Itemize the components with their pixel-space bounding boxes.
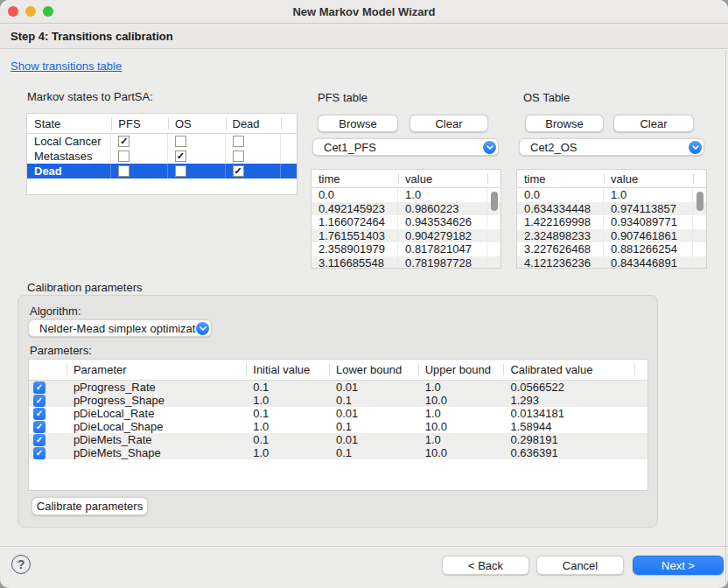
parameter-row[interactable]: ✓pDieMets_Shape1.00.110.00.636391	[29, 446, 648, 459]
pfs-checkbox[interactable]	[118, 150, 130, 162]
value-cell: 0.781987728	[398, 256, 487, 270]
states-column-header: State	[27, 114, 111, 133]
parameter-enabled-checkbox[interactable]: ✓	[33, 447, 46, 459]
value-cell: 0.843446891	[604, 256, 693, 270]
parameter-row[interactable]: ✓pDieMets_Rate0.10.011.00.298191	[29, 433, 648, 446]
parameter-row[interactable]: ✓pDieLocal_Shape1.00.110.01.58944	[29, 420, 648, 433]
pfs-scrollbar-thumb[interactable]	[491, 192, 498, 211]
algorithm-select[interactable]: Nelder-Mead simplex optimization	[28, 319, 212, 337]
parameter-enabled-checkbox[interactable]: ✓	[33, 395, 46, 407]
state-name-cell: Local Cancer	[27, 134, 111, 149]
os-table-row[interactable]: 0.01.0	[517, 188, 706, 202]
filler-cell	[634, 446, 648, 459]
dead-checkbox[interactable]	[233, 136, 244, 147]
os-table-row[interactable]: 3.2276264680.881266254	[517, 242, 706, 256]
chevron-down-icon	[689, 141, 702, 154]
os-checkbox[interactable]	[175, 136, 186, 147]
os-checkbox[interactable]	[175, 165, 186, 177]
filler-cell	[281, 164, 297, 178]
filler-cell	[487, 256, 500, 270]
os-checkbox[interactable]: ✓	[175, 150, 186, 162]
parameters-column-header: Parameter	[66, 360, 246, 380]
help-button[interactable]: ?	[11, 555, 31, 574]
filler-cell	[281, 149, 297, 164]
parameters-label: Parameters:	[30, 344, 92, 357]
os-column-header	[693, 170, 706, 187]
enabled-cell: ✓	[29, 446, 66, 459]
lower-bound-cell: 0.01	[329, 433, 418, 446]
pfs-browse-button[interactable]: Browse	[318, 115, 398, 132]
parameters-table: ParameterInitial valueLower boundUpper b…	[28, 359, 648, 491]
os-data-table: timevalue 0.01.00.6343344480.9741138571.…	[516, 169, 707, 269]
enabled-cell: ✓	[29, 407, 66, 420]
pfs-table-select[interactable]: Cet1_PFS	[312, 138, 499, 156]
pfs-table-row[interactable]: 0.4921459230.9860223	[312, 202, 500, 216]
value-cell: 0.9860223	[398, 202, 487, 216]
pfs-table-row[interactable]: 0.01.0	[312, 188, 500, 202]
pfs-column-header: value	[398, 170, 487, 187]
window-right-edge	[725, 50, 726, 583]
os-table-select-value: Cet2_OS	[520, 141, 689, 154]
lower-bound-cell: 0.1	[329, 394, 418, 407]
parameter-enabled-checkbox[interactable]: ✓	[33, 382, 46, 394]
os-table-row[interactable]: 1.4221699980.934089771	[517, 215, 706, 229]
calibration-groupbox: Algorithm: Nelder-Mead simplex optimizat…	[18, 295, 658, 528]
filler-cell	[634, 381, 648, 394]
step-title: Step 4: Transitions calibration	[0, 24, 728, 49]
state-name-cell: Metastases	[27, 149, 111, 164]
pfs-clear-button[interactable]: Clear	[410, 115, 488, 132]
time-cell: 4.121236236	[517, 256, 604, 270]
value-cell: 0.943534626	[398, 215, 487, 229]
upper-bound-cell: 10.0	[418, 420, 504, 433]
calibrate-parameters-button[interactable]: Calibrate parameters	[32, 497, 148, 515]
states-table-row[interactable]: Dead✓	[27, 164, 297, 178]
filler-cell	[634, 407, 648, 420]
pfs-checkbox[interactable]: ✓	[118, 136, 130, 147]
os-table-row[interactable]: 2.3248982330.907461861	[517, 229, 706, 243]
states-column-header	[281, 114, 297, 133]
pfs-table-row[interactable]: 1.7615514030.904279182	[312, 229, 500, 243]
states-column-header: OS	[168, 114, 226, 133]
os-scrollbar-thumb[interactable]	[696, 192, 704, 211]
pfs-table-row[interactable]: 2.3589019790.817821047	[312, 242, 500, 256]
parameters-column-header	[29, 360, 66, 380]
dead-checkbox[interactable]: ✓	[233, 165, 244, 177]
value-cell: 0.881266254	[604, 242, 693, 256]
time-cell: 1.166072464	[312, 215, 398, 229]
os-column-header: time	[517, 170, 604, 187]
filler-cell	[634, 394, 648, 407]
parameter-row[interactable]: ✓pProgress_Shape1.00.110.01.293	[29, 394, 648, 407]
os-table-label: OS Table	[523, 91, 570, 104]
title-bar: New Markov Model Wizard	[0, 0, 728, 24]
back-button[interactable]: < Back	[442, 556, 529, 575]
parameter-enabled-checkbox[interactable]: ✓	[33, 434, 46, 446]
os-table-select[interactable]: Cet2_OS	[519, 138, 704, 156]
filler-cell	[487, 229, 500, 243]
time-cell: 0.634334448	[517, 202, 604, 216]
states-table-row[interactable]: Local Cancer✓	[27, 134, 297, 149]
calibrated-value-cell: 0.0566522	[503, 381, 634, 394]
os-browse-button[interactable]: Browse	[525, 115, 604, 132]
os-clear-button[interactable]: Clear	[613, 115, 694, 132]
parameters-column-header: Initial value	[246, 360, 329, 380]
cancel-button[interactable]: Cancel	[536, 556, 624, 575]
parameter-enabled-checkbox[interactable]: ✓	[33, 408, 46, 420]
parameters-column-header: Upper bound	[418, 360, 504, 380]
show-transitions-table-link[interactable]: Show transitions table	[10, 60, 122, 73]
filler-cell	[634, 433, 648, 446]
calibrated-value-cell: 1.58944	[503, 420, 634, 433]
next-button[interactable]: Next >	[633, 556, 724, 575]
parameter-row[interactable]: ✓pProgress_Rate0.10.011.00.0566522	[29, 381, 648, 394]
parameter-row[interactable]: ✓pDieLocal_Rate0.10.011.00.0134181	[29, 407, 648, 420]
value-cell: 0.907461861	[604, 229, 693, 243]
enabled-cell: ✓	[29, 394, 66, 407]
pfs-table-row[interactable]: 3.1166855480.781987728	[312, 256, 500, 270]
dead-cell	[226, 149, 282, 164]
pfs-table-row[interactable]: 1.1660724640.943534626	[312, 215, 500, 229]
dead-checkbox[interactable]	[233, 150, 244, 162]
pfs-checkbox[interactable]	[118, 165, 130, 177]
os-table-row[interactable]: 4.1212362360.843446891	[517, 256, 706, 270]
os-table-row[interactable]: 0.6343344480.974113857	[517, 202, 706, 216]
parameter-enabled-checkbox[interactable]: ✓	[33, 421, 46, 433]
states-table-row[interactable]: Metastases✓	[27, 149, 297, 164]
